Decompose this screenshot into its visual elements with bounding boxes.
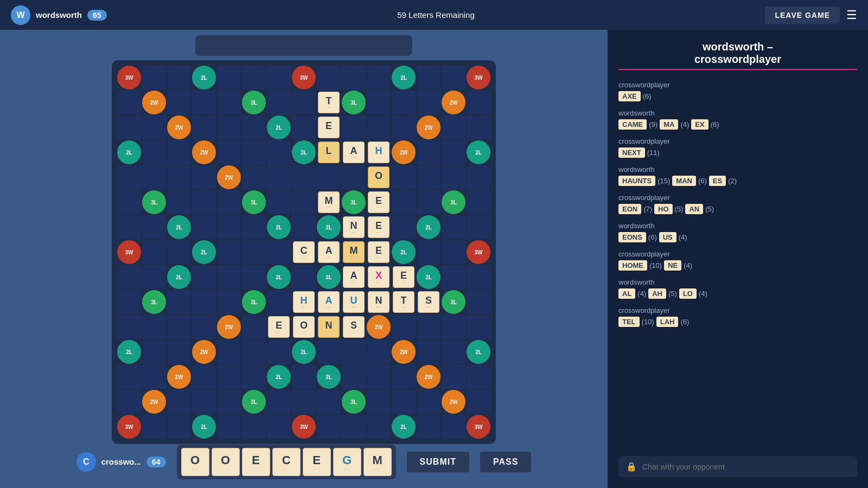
cell-0-3[interactable]: 2L	[192, 66, 216, 89]
cell-0-6[interactable]	[267, 66, 291, 89]
cell-5-13[interactable]: 3L	[442, 190, 465, 214]
cell-5-12[interactable]	[417, 190, 441, 214]
cell-3-14[interactable]: 2L	[467, 140, 490, 164]
cell-13-7[interactable]	[292, 390, 316, 414]
cell-11-9[interactable]	[342, 340, 366, 364]
cell-8-6[interactable]: 2L	[267, 265, 291, 289]
cell-4-8[interactable]	[317, 165, 341, 189]
cell-4-5[interactable]	[242, 165, 266, 189]
cell-10-3[interactable]	[192, 315, 216, 339]
cell-14-8[interactable]	[317, 415, 341, 439]
cell-10-7[interactable]: O···	[292, 315, 316, 339]
cell-10-5[interactable]	[242, 315, 266, 339]
cell-6-10[interactable]: E···	[367, 215, 391, 239]
hand-tile[interactable]: E···	[242, 448, 270, 476]
cell-9-5[interactable]: 3L	[242, 290, 266, 314]
cell-11-7[interactable]: 2L	[292, 340, 316, 364]
cell-5-8[interactable]: M···	[317, 190, 341, 214]
cell-8-10[interactable]: X···	[367, 265, 391, 289]
cell-10-2[interactable]	[167, 315, 191, 339]
cell-13-2[interactable]	[167, 390, 191, 414]
cell-10-1[interactable]	[142, 315, 166, 339]
cell-3-6[interactable]	[267, 140, 291, 164]
cell-6-3[interactable]	[192, 215, 216, 239]
cell-8-7[interactable]	[292, 265, 316, 289]
hand-tile[interactable]: O···	[212, 448, 240, 476]
cell-0-9[interactable]	[342, 66, 366, 89]
cell-8-13[interactable]	[442, 265, 465, 289]
menu-icon[interactable]: ☰	[846, 8, 857, 22]
cell-4-7[interactable]	[292, 165, 316, 189]
cell-13-13[interactable]: 2W	[442, 390, 465, 414]
cell-1-8[interactable]: T···	[317, 91, 341, 114]
cell-1-0[interactable]	[117, 91, 141, 114]
cell-6-13[interactable]	[442, 215, 465, 239]
cell-7-10[interactable]: E···	[367, 240, 391, 264]
cell-7-3[interactable]: 2L	[192, 240, 216, 264]
cell-13-1[interactable]: 2W	[142, 390, 166, 414]
chat-input[interactable]	[642, 463, 850, 471]
cell-8-9[interactable]: A···	[342, 265, 366, 289]
cell-1-14[interactable]	[467, 91, 490, 114]
cell-10-10[interactable]: 2W	[367, 315, 391, 339]
cell-10-9[interactable]: S···	[342, 315, 366, 339]
cell-3-7[interactable]: 2L	[292, 140, 316, 164]
cell-1-13[interactable]: 2W	[442, 91, 465, 114]
cell-8-3[interactable]	[192, 265, 216, 289]
cell-11-14[interactable]: 2L	[467, 340, 490, 364]
cell-2-6[interactable]: 2L	[267, 115, 291, 139]
cell-7-5[interactable]	[242, 240, 266, 264]
cell-13-11[interactable]	[392, 390, 416, 414]
cell-9-7[interactable]: H···	[292, 290, 316, 314]
cell-9-3[interactable]	[192, 290, 216, 314]
cell-1-1[interactable]: 2W	[142, 91, 166, 114]
cell-3-3[interactable]: 2W	[192, 140, 216, 164]
cell-2-1[interactable]	[142, 115, 166, 139]
cell-2-11[interactable]	[392, 115, 416, 139]
cell-8-0[interactable]	[117, 265, 141, 289]
cell-12-11[interactable]	[392, 365, 416, 389]
cell-11-13[interactable]	[442, 340, 465, 364]
cell-10-14[interactable]	[467, 315, 490, 339]
cell-7-8[interactable]: A···	[317, 240, 341, 264]
pass-button[interactable]: PASS	[480, 452, 531, 472]
cell-14-9[interactable]	[342, 415, 366, 439]
cell-3-9[interactable]: A···	[342, 140, 366, 164]
cell-13-5[interactable]: 3L	[242, 390, 266, 414]
cell-4-13[interactable]	[442, 165, 465, 189]
cell-13-9[interactable]: 3L	[342, 390, 366, 414]
cell-6-1[interactable]	[142, 215, 166, 239]
cell-9-1[interactable]: 3L	[142, 290, 166, 314]
cell-6-5[interactable]	[242, 215, 266, 239]
cell-0-2[interactable]	[167, 66, 191, 89]
cell-4-9[interactable]	[342, 165, 366, 189]
cell-13-8[interactable]	[317, 390, 341, 414]
cell-0-0[interactable]: 3W	[117, 66, 141, 89]
cell-7-13[interactable]	[442, 240, 465, 264]
cell-7-0[interactable]: 3W	[117, 240, 141, 264]
cell-9-2[interactable]	[167, 290, 191, 314]
cell-10-11[interactable]	[392, 315, 416, 339]
cell-12-8[interactable]: 2L	[317, 365, 341, 389]
cell-5-1[interactable]: 3L	[142, 190, 166, 214]
cell-14-10[interactable]	[367, 415, 391, 439]
cell-14-0[interactable]: 3W	[117, 415, 141, 439]
cell-3-4[interactable]	[217, 140, 241, 164]
cell-6-0[interactable]	[117, 215, 141, 239]
cell-4-10[interactable]: O···	[367, 165, 391, 189]
cell-0-14[interactable]: 3W	[467, 66, 490, 89]
cell-14-13[interactable]	[442, 415, 465, 439]
cell-9-13[interactable]: 3L	[442, 290, 465, 314]
cell-1-4[interactable]	[217, 91, 241, 114]
cell-3-11[interactable]: 2W	[392, 140, 416, 164]
cell-11-12[interactable]	[417, 340, 441, 364]
cell-11-11[interactable]: 2W	[392, 340, 416, 364]
hand-tile[interactable]: O···	[181, 448, 209, 476]
cell-4-6[interactable]	[267, 165, 291, 189]
cell-7-11[interactable]: 2L	[392, 240, 416, 264]
cell-7-7[interactable]: C···	[292, 240, 316, 264]
cell-12-4[interactable]	[217, 365, 241, 389]
cell-9-6[interactable]	[267, 290, 291, 314]
cell-8-14[interactable]	[467, 265, 490, 289]
cell-12-12[interactable]: 2W	[417, 365, 441, 389]
